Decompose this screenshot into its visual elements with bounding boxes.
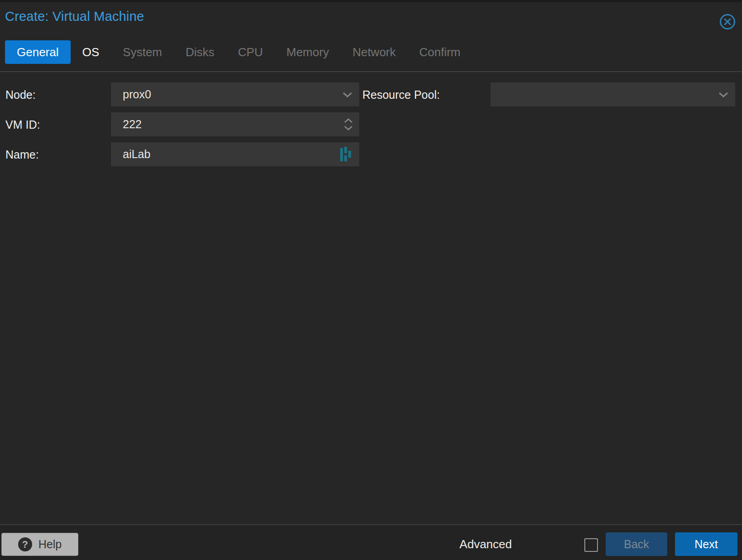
resource-pool-label: Resource Pool: (362, 88, 440, 101)
node-dropdown-trigger[interactable] (342, 82, 353, 106)
name-label: Name: (5, 148, 39, 161)
spinner-up-icon[interactable] (344, 118, 353, 123)
back-button[interactable]: Back (606, 532, 667, 556)
spinner-down-icon[interactable] (344, 126, 353, 130)
chevron-down-icon (342, 92, 353, 98)
tabbar-divider (0, 71, 742, 72)
close-button[interactable] (718, 13, 737, 31)
vm-id-spinner-field[interactable]: 222 (111, 112, 359, 136)
window-top-edge (0, 0, 742, 2)
question-circle-icon: ? (18, 537, 32, 551)
node-combobox[interactable]: prox0 (111, 82, 359, 106)
tab-general[interactable]: General (5, 40, 71, 64)
wizard-tabbar: General OS System Disks CPU Memory Netwo… (5, 40, 472, 64)
tab-cpu: CPU (226, 40, 275, 64)
resource-pool-dropdown-trigger[interactable] (718, 82, 729, 106)
name-input[interactable]: aiLab (111, 142, 359, 166)
tab-confirm: Confirm (408, 40, 472, 64)
help-button-label: Help (39, 538, 62, 551)
back-button-label: Back (624, 538, 649, 551)
next-button[interactable]: Next (675, 532, 737, 556)
dialog-title: Create: Virtual Machine (5, 9, 144, 24)
field-loading-bars-icon (340, 142, 352, 166)
vm-id-spinner[interactable] (344, 112, 353, 136)
close-icon (718, 13, 737, 31)
chevron-down-icon (718, 92, 729, 98)
tab-memory: Memory (275, 40, 341, 64)
advanced-label: Advanced (459, 537, 512, 551)
help-button[interactable]: ? Help (1, 533, 78, 556)
tab-disks: Disks (174, 40, 226, 64)
resource-pool-combobox[interactable] (491, 82, 735, 106)
create-vm-dialog: Create: Virtual Machine General OS Syste… (0, 0, 742, 560)
vm-id-label: VM ID: (5, 118, 40, 131)
advanced-checkbox[interactable] (584, 538, 598, 552)
tab-os[interactable]: OS (71, 40, 111, 64)
node-label: Node: (5, 88, 36, 101)
tab-system: System (111, 40, 174, 64)
node-value: prox0 (111, 88, 359, 101)
tab-network: Network (341, 40, 407, 64)
next-button-label: Next (694, 538, 718, 551)
name-value: aiLab (111, 148, 359, 161)
vm-id-value: 222 (111, 118, 359, 131)
